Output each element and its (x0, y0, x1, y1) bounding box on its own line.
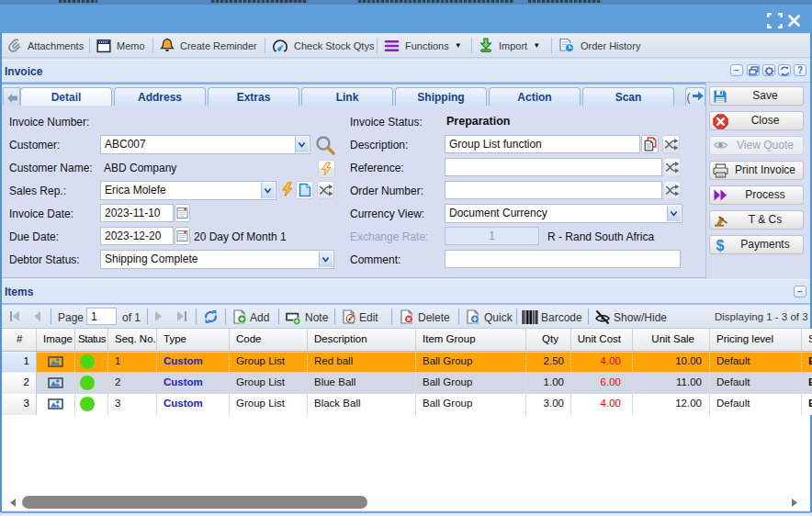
svg-text:$: $ (716, 238, 725, 253)
